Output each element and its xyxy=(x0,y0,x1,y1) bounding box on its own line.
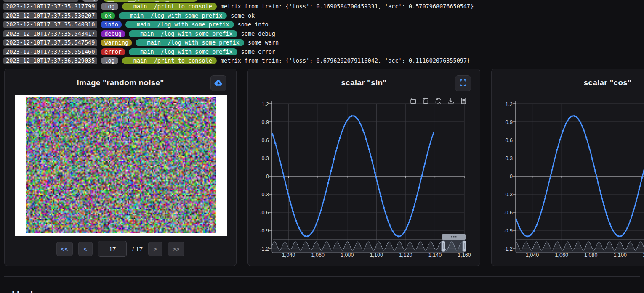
y-tick-label: 0.3 xyxy=(506,156,513,161)
data-point-marker xyxy=(556,149,558,150)
prev-page-button[interactable]: < xyxy=(78,242,93,256)
log-logger-badge: __main__/log_with_some_prefix xyxy=(136,39,244,46)
data-point-marker xyxy=(327,182,329,184)
data-point-marker xyxy=(295,219,297,221)
data-point-marker xyxy=(286,189,288,190)
cloud-download-icon xyxy=(214,78,223,89)
y-tick-label: 1.2 xyxy=(506,101,513,107)
data-point-marker xyxy=(365,139,367,140)
data-point-marker xyxy=(624,232,625,234)
page-total-label: / 17 xyxy=(132,245,143,253)
y-tick-label: -0.3 xyxy=(260,192,269,198)
log-row: 2023-12-10T17:37:35.317799log__main__/pr… xyxy=(3,3,644,11)
log-logger-badge: __main__/log_with_some_prefix xyxy=(129,30,237,37)
download-image-button[interactable] xyxy=(210,75,226,91)
data-point-marker xyxy=(618,235,620,237)
data-point-marker xyxy=(542,206,543,208)
refresh-icon[interactable] xyxy=(434,97,442,105)
data-point-marker xyxy=(536,224,538,226)
y-tick-label: 0.3 xyxy=(262,156,269,161)
data-point-marker xyxy=(342,129,343,130)
data-point-marker xyxy=(289,200,291,202)
first-page-button[interactable]: << xyxy=(56,242,73,256)
x-tick-label: 1,100 xyxy=(370,252,383,258)
section-divider xyxy=(4,276,640,277)
data-point-marker xyxy=(627,227,628,229)
data-point-marker xyxy=(316,223,317,224)
data-point-marker xyxy=(351,115,352,117)
x-tick-label: 1,140 xyxy=(428,252,442,258)
data-point-marker xyxy=(357,118,358,120)
log-level-badge: error xyxy=(101,48,125,55)
image-card-title: image "random noise" xyxy=(5,78,236,87)
log-console: log__main__/print_to_consolemetrix from … xyxy=(3,0,644,66)
log-row: 2023-12-10T17:37:35.540310info__main__/l… xyxy=(3,21,644,29)
y-tick-label: 1.2 xyxy=(262,101,269,107)
data-point-marker xyxy=(583,129,584,130)
y-tick-label: -0.9 xyxy=(503,228,513,234)
data-point-marker xyxy=(621,235,623,237)
y-tick-label: -1.2 xyxy=(503,246,513,252)
data-point-marker xyxy=(394,234,396,236)
data-point-marker xyxy=(325,194,326,195)
fullscreen-button[interactable] xyxy=(455,75,471,91)
data-point-marker xyxy=(430,141,431,143)
data-point-marker xyxy=(333,158,335,160)
data-point-marker xyxy=(304,235,306,237)
data-point-marker xyxy=(562,130,564,132)
data-point-marker xyxy=(641,177,643,179)
data-point-marker xyxy=(594,170,596,172)
data-point-marker xyxy=(298,227,300,229)
data-point-marker xyxy=(638,189,640,190)
x-tick-label: 1,060 xyxy=(555,252,568,258)
data-point-marker xyxy=(588,147,590,149)
random-noise-image xyxy=(26,97,216,233)
data-point-marker xyxy=(533,230,535,232)
data-point-marker xyxy=(612,230,614,231)
data-point-marker xyxy=(565,123,567,124)
move-handle-grip-dot xyxy=(453,236,454,237)
x-tick-label: 1,080 xyxy=(341,252,354,258)
log-message: some warn xyxy=(248,39,279,47)
log-logger-badge: __main__/log_with_some_prefix xyxy=(125,21,234,28)
log-level-badge: ok xyxy=(101,12,114,19)
log-level-badge: log xyxy=(101,57,118,64)
data-point-marker xyxy=(427,152,428,153)
data-point-marker xyxy=(600,194,602,195)
last-page-button[interactable]: >> xyxy=(168,242,184,256)
data-point-marker xyxy=(280,165,282,166)
y-tick-label: 0.9 xyxy=(262,119,269,125)
data-point-marker xyxy=(271,133,273,135)
log-timestamp: 2023-12-10T17:37:35.551460 xyxy=(3,48,97,55)
data-point-marker xyxy=(274,143,276,144)
x-tick-label: 1,120 xyxy=(399,252,412,258)
page-number-input[interactable] xyxy=(98,241,127,257)
log-message: metrix from train: {'loss': 0.1690584700… xyxy=(221,3,474,11)
cos-chart-canvas[interactable]: 1.20.90.60.30-0.3-0.6-0.9-1.21,0401,0601… xyxy=(492,69,644,267)
data-point-marker xyxy=(307,235,309,237)
data-point-marker xyxy=(313,230,314,231)
data-point-marker xyxy=(301,232,303,234)
log-timestamp xyxy=(3,0,78,2)
data-point-marker xyxy=(339,137,341,139)
log-level-badge: log xyxy=(82,0,99,2)
data-point-marker xyxy=(568,118,570,120)
box-zoom-icon[interactable] xyxy=(409,97,417,105)
y-tick-label: 0 xyxy=(266,174,269,179)
data-point-marker xyxy=(368,149,370,150)
save-image-icon[interactable] xyxy=(447,97,455,105)
log-message: metrix from train: {'loss': 0.6796292079… xyxy=(221,57,470,65)
log-row: 2023-12-10T17:37:35.543417debug__main__/… xyxy=(3,30,644,38)
zoom-reset-icon[interactable] xyxy=(421,97,430,105)
log-message: some ok xyxy=(231,12,255,20)
data-point-marker xyxy=(336,147,338,149)
datazoom-window[interactable] xyxy=(443,240,464,252)
data-point-marker xyxy=(415,198,417,200)
y-tick-label: 0.6 xyxy=(262,137,269,143)
data-point-marker xyxy=(354,116,355,117)
x-tick-label: 1,040 xyxy=(282,252,295,258)
next-page-button[interactable]: > xyxy=(148,242,162,256)
data-point-marker xyxy=(530,234,532,236)
log-logger-badge: __main__/log_with_some_prefix xyxy=(129,48,237,55)
data-view-icon[interactable] xyxy=(459,97,468,105)
